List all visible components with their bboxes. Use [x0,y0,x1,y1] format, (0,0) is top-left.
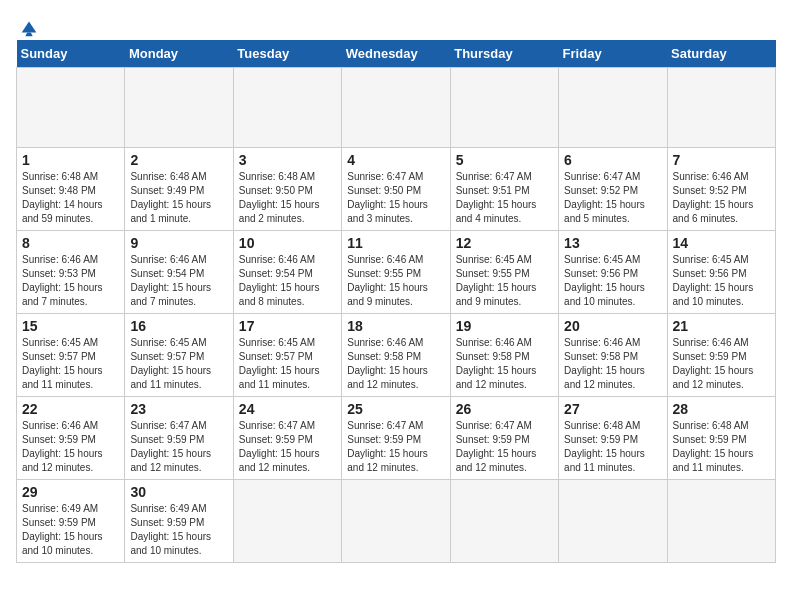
day-number: 19 [456,318,553,334]
header-wednesday: Wednesday [342,40,450,68]
week-row-0 [17,68,776,148]
day-info: Sunrise: 6:47 AMSunset: 9:59 PMDaylight:… [456,419,553,475]
day-number: 7 [673,152,770,168]
day-number: 21 [673,318,770,334]
week-row-4: 22Sunrise: 6:46 AMSunset: 9:59 PMDayligh… [17,397,776,480]
header-saturday: Saturday [667,40,775,68]
day-cell: 28Sunrise: 6:48 AMSunset: 9:59 PMDayligh… [667,397,775,480]
day-number: 11 [347,235,444,251]
header-row: SundayMondayTuesdayWednesdayThursdayFrid… [17,40,776,68]
day-number: 14 [673,235,770,251]
header-monday: Monday [125,40,233,68]
day-cell: 21Sunrise: 6:46 AMSunset: 9:59 PMDayligh… [667,314,775,397]
day-number: 30 [130,484,227,500]
day-info: Sunrise: 6:48 AMSunset: 9:59 PMDaylight:… [564,419,661,475]
day-number: 3 [239,152,336,168]
day-cell [559,480,667,563]
week-row-1: 1Sunrise: 6:48 AMSunset: 9:48 PMDaylight… [17,148,776,231]
day-info: Sunrise: 6:47 AMSunset: 9:51 PMDaylight:… [456,170,553,226]
day-number: 25 [347,401,444,417]
day-number: 20 [564,318,661,334]
day-cell: 4Sunrise: 6:47 AMSunset: 9:50 PMDaylight… [342,148,450,231]
day-cell: 25Sunrise: 6:47 AMSunset: 9:59 PMDayligh… [342,397,450,480]
day-info: Sunrise: 6:45 AMSunset: 9:56 PMDaylight:… [564,253,661,309]
day-cell [667,68,775,148]
day-cell: 3Sunrise: 6:48 AMSunset: 9:50 PMDaylight… [233,148,341,231]
day-cell [342,480,450,563]
day-cell: 22Sunrise: 6:46 AMSunset: 9:59 PMDayligh… [17,397,125,480]
day-info: Sunrise: 6:45 AMSunset: 9:57 PMDaylight:… [130,336,227,392]
day-number: 1 [22,152,119,168]
logo-icon [18,16,40,38]
day-number: 18 [347,318,444,334]
day-info: Sunrise: 6:46 AMSunset: 9:59 PMDaylight:… [673,336,770,392]
day-cell: 27Sunrise: 6:48 AMSunset: 9:59 PMDayligh… [559,397,667,480]
day-info: Sunrise: 6:46 AMSunset: 9:52 PMDaylight:… [673,170,770,226]
day-number: 10 [239,235,336,251]
day-cell [233,480,341,563]
day-number: 24 [239,401,336,417]
day-info: Sunrise: 6:46 AMSunset: 9:54 PMDaylight:… [239,253,336,309]
day-cell: 17Sunrise: 6:45 AMSunset: 9:57 PMDayligh… [233,314,341,397]
day-number: 28 [673,401,770,417]
day-cell [17,68,125,148]
day-cell: 19Sunrise: 6:46 AMSunset: 9:58 PMDayligh… [450,314,558,397]
day-number: 29 [22,484,119,500]
day-info: Sunrise: 6:45 AMSunset: 9:57 PMDaylight:… [239,336,336,392]
day-cell: 26Sunrise: 6:47 AMSunset: 9:59 PMDayligh… [450,397,558,480]
day-cell: 2Sunrise: 6:48 AMSunset: 9:49 PMDaylight… [125,148,233,231]
day-cell: 30Sunrise: 6:49 AMSunset: 9:59 PMDayligh… [125,480,233,563]
header-friday: Friday [559,40,667,68]
day-info: Sunrise: 6:48 AMSunset: 9:59 PMDaylight:… [673,419,770,475]
day-number: 22 [22,401,119,417]
day-number: 26 [456,401,553,417]
day-number: 17 [239,318,336,334]
day-cell: 29Sunrise: 6:49 AMSunset: 9:59 PMDayligh… [17,480,125,563]
day-info: Sunrise: 6:46 AMSunset: 9:58 PMDaylight:… [456,336,553,392]
day-cell: 13Sunrise: 6:45 AMSunset: 9:56 PMDayligh… [559,231,667,314]
day-cell [559,68,667,148]
day-info: Sunrise: 6:46 AMSunset: 9:55 PMDaylight:… [347,253,444,309]
day-cell: 7Sunrise: 6:46 AMSunset: 9:52 PMDaylight… [667,148,775,231]
day-info: Sunrise: 6:47 AMSunset: 9:59 PMDaylight:… [347,419,444,475]
day-info: Sunrise: 6:45 AMSunset: 9:56 PMDaylight:… [673,253,770,309]
day-info: Sunrise: 6:48 AMSunset: 9:49 PMDaylight:… [130,170,227,226]
day-number: 4 [347,152,444,168]
day-number: 5 [456,152,553,168]
day-cell [450,68,558,148]
svg-marker-1 [25,33,32,37]
day-info: Sunrise: 6:47 AMSunset: 9:59 PMDaylight:… [239,419,336,475]
logo [16,16,40,32]
day-number: 8 [22,235,119,251]
day-number: 13 [564,235,661,251]
day-info: Sunrise: 6:47 AMSunset: 9:52 PMDaylight:… [564,170,661,226]
day-info: Sunrise: 6:46 AMSunset: 9:54 PMDaylight:… [130,253,227,309]
day-cell: 10Sunrise: 6:46 AMSunset: 9:54 PMDayligh… [233,231,341,314]
day-number: 6 [564,152,661,168]
day-cell: 18Sunrise: 6:46 AMSunset: 9:58 PMDayligh… [342,314,450,397]
week-row-2: 8Sunrise: 6:46 AMSunset: 9:53 PMDaylight… [17,231,776,314]
day-cell: 12Sunrise: 6:45 AMSunset: 9:55 PMDayligh… [450,231,558,314]
day-info: Sunrise: 6:46 AMSunset: 9:59 PMDaylight:… [22,419,119,475]
day-cell: 5Sunrise: 6:47 AMSunset: 9:51 PMDaylight… [450,148,558,231]
day-number: 16 [130,318,227,334]
day-number: 15 [22,318,119,334]
day-number: 9 [130,235,227,251]
header-sunday: Sunday [17,40,125,68]
day-cell: 1Sunrise: 6:48 AMSunset: 9:48 PMDaylight… [17,148,125,231]
calendar-table: SundayMondayTuesdayWednesdayThursdayFrid… [16,40,776,563]
day-cell: 14Sunrise: 6:45 AMSunset: 9:56 PMDayligh… [667,231,775,314]
week-row-5: 29Sunrise: 6:49 AMSunset: 9:59 PMDayligh… [17,480,776,563]
day-number: 12 [456,235,553,251]
day-cell: 24Sunrise: 6:47 AMSunset: 9:59 PMDayligh… [233,397,341,480]
day-number: 23 [130,401,227,417]
day-info: Sunrise: 6:49 AMSunset: 9:59 PMDaylight:… [22,502,119,558]
day-info: Sunrise: 6:47 AMSunset: 9:59 PMDaylight:… [130,419,227,475]
header-tuesday: Tuesday [233,40,341,68]
day-cell: 11Sunrise: 6:46 AMSunset: 9:55 PMDayligh… [342,231,450,314]
day-number: 2 [130,152,227,168]
day-cell [667,480,775,563]
day-info: Sunrise: 6:45 AMSunset: 9:57 PMDaylight:… [22,336,119,392]
day-cell: 8Sunrise: 6:46 AMSunset: 9:53 PMDaylight… [17,231,125,314]
page-header [16,16,776,32]
